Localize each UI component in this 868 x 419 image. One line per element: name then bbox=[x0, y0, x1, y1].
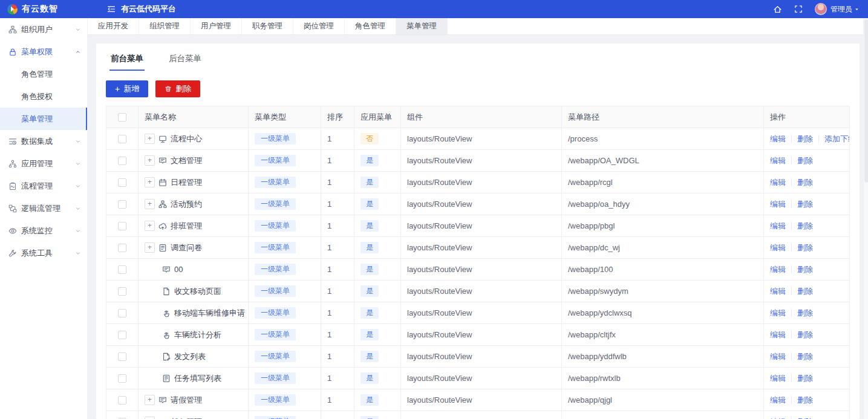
chevron-down-icon bbox=[75, 206, 81, 212]
menu-type-tag: 一级菜单 bbox=[255, 264, 296, 275]
edit-link[interactable]: 编辑 bbox=[770, 331, 791, 339]
sort-value: 1 bbox=[321, 215, 354, 236]
expand-button[interactable]: + bbox=[145, 199, 155, 209]
expand-button[interactable]: + bbox=[145, 134, 155, 144]
delete-link[interactable]: 删除 bbox=[791, 265, 818, 273]
menu-fold-icon[interactable] bbox=[107, 5, 116, 13]
expand-button[interactable]: + bbox=[145, 155, 155, 166]
edit-link[interactable]: 编辑 bbox=[770, 244, 791, 252]
row-checkbox[interactable] bbox=[118, 178, 126, 187]
delete-link[interactable]: 删除 bbox=[791, 244, 818, 252]
row-checkbox[interactable] bbox=[118, 352, 126, 361]
comment-icon bbox=[158, 157, 167, 165]
content-tab[interactable]: 后台菜单 bbox=[169, 53, 201, 71]
user-menu[interactable]: 管理员 bbox=[815, 3, 860, 15]
top-tab[interactable]: 应用开发 bbox=[88, 18, 139, 34]
sidebar-subitem[interactable]: 角色授权 bbox=[0, 85, 87, 108]
delete-link[interactable]: 删除 bbox=[791, 222, 818, 230]
path-value: /webapp/rw_gl_copy bbox=[562, 411, 764, 419]
row-checkbox[interactable] bbox=[118, 222, 126, 230]
sidebar-item-label: 系统工具 bbox=[21, 248, 53, 259]
expand-button[interactable]: + bbox=[145, 417, 155, 419]
menu-name-cell: +流程中心 bbox=[139, 128, 249, 149]
delete-link[interactable]: 删除 bbox=[791, 287, 818, 295]
expand-button[interactable]: + bbox=[145, 177, 155, 187]
edit-link[interactable]: 编辑 bbox=[770, 200, 791, 208]
top-tab[interactable]: 菜单管理 bbox=[396, 18, 448, 34]
delete-link[interactable]: 删除 bbox=[791, 374, 818, 382]
component-value: layouts/RouteView bbox=[401, 128, 562, 149]
row-checkbox[interactable] bbox=[118, 331, 126, 339]
chevron-down-icon bbox=[75, 161, 81, 167]
row-checkbox[interactable] bbox=[118, 157, 126, 165]
edit-link[interactable]: 编辑 bbox=[770, 157, 791, 164]
sidebar-item[interactable]: 菜单权限 bbox=[0, 41, 87, 63]
delete-link[interactable]: 删除 bbox=[791, 200, 818, 208]
row-checkbox[interactable] bbox=[118, 200, 126, 209]
add-button[interactable]: + 新增 bbox=[106, 80, 148, 97]
component-value: layouts/RouteView bbox=[401, 324, 562, 345]
edit-link[interactable]: 编辑 bbox=[770, 178, 791, 186]
row-checkbox[interactable] bbox=[118, 265, 126, 274]
path-value: /webapp/yddfwlb bbox=[562, 346, 764, 367]
app-menu-tag: 是 bbox=[361, 198, 379, 210]
edit-link[interactable]: 编辑 bbox=[770, 309, 791, 317]
edit-link[interactable]: 编辑 bbox=[770, 265, 791, 273]
delete-link[interactable]: 删除 bbox=[791, 352, 818, 360]
expand-button[interactable]: + bbox=[145, 242, 155, 253]
row-checkbox[interactable] bbox=[118, 135, 126, 143]
top-tab[interactable]: 用户管理 bbox=[191, 18, 242, 34]
top-tab[interactable]: 岗位管理 bbox=[293, 18, 345, 34]
top-tab[interactable]: 角色管理 bbox=[345, 18, 396, 34]
delete-link[interactable]: 删除 bbox=[791, 135, 818, 143]
sidebar-item[interactable]: 系统监控 bbox=[0, 219, 87, 242]
content-tab[interactable]: 前台菜单 bbox=[111, 53, 143, 71]
path-value: /webapp/rwtxlb bbox=[562, 368, 764, 389]
row-checkbox[interactable] bbox=[118, 374, 126, 383]
component-value: layouts/RouteView bbox=[401, 172, 562, 193]
row-checkbox[interactable] bbox=[118, 244, 126, 252]
sidebar-item[interactable]: 逻辑流管理 bbox=[0, 197, 87, 219]
expand-button[interactable]: + bbox=[145, 221, 155, 231]
fullscreen-icon[interactable] bbox=[794, 5, 803, 13]
edit-link[interactable]: 编辑 bbox=[770, 374, 791, 382]
delete-link[interactable]: 删除 bbox=[791, 331, 818, 339]
scrollbar-thumb[interactable] bbox=[864, 19, 868, 183]
delete-link[interactable]: 删除 bbox=[791, 157, 818, 164]
sidebar-item[interactable]: 应用管理 bbox=[0, 152, 87, 175]
edit-link[interactable]: 编辑 bbox=[770, 352, 791, 360]
delete-link[interactable]: 删除 bbox=[791, 396, 818, 404]
ops-cell: 编辑删除 bbox=[764, 324, 849, 345]
menu-name-cell: +请假管理 bbox=[139, 389, 249, 411]
row-checkbox[interactable] bbox=[118, 287, 126, 296]
select-all-checkbox[interactable] bbox=[118, 113, 126, 122]
sort-value: 1 bbox=[321, 150, 354, 171]
ops-cell: 编辑删除 bbox=[764, 368, 849, 389]
menu-name: 任务管理 bbox=[171, 417, 202, 419]
edit-link[interactable]: 编辑 bbox=[770, 287, 791, 295]
page-scrollbar[interactable] bbox=[863, 18, 868, 419]
sidebar-item[interactable]: 流程管理 bbox=[0, 175, 87, 197]
expand-button[interactable]: + bbox=[145, 395, 155, 405]
sidebar-subitem[interactable]: 角色管理 bbox=[0, 63, 87, 85]
sidebar-item[interactable]: 组织用户 bbox=[0, 18, 87, 41]
edit-link[interactable]: 编辑 bbox=[770, 135, 791, 143]
top-tab[interactable]: 组织管理 bbox=[139, 18, 191, 34]
delete-button[interactable]: 删除 bbox=[155, 80, 200, 97]
delete-link[interactable]: 删除 bbox=[791, 178, 818, 186]
edit-link[interactable]: 编辑 bbox=[770, 222, 791, 230]
sidebar-item[interactable]: 系统工具 bbox=[0, 242, 87, 264]
menu-name-cell: +调查问卷 bbox=[139, 237, 249, 258]
menu-name: 发文列表 bbox=[174, 351, 206, 362]
row-checkbox[interactable] bbox=[118, 309, 126, 317]
add-child-link[interactable]: 添加下级 bbox=[818, 135, 849, 143]
table-row: +调查问卷一级菜单1是layouts/RouteView/webapp/dc_w… bbox=[106, 237, 849, 259]
edit-link[interactable]: 编辑 bbox=[770, 396, 791, 404]
sidebar-item[interactable]: 数据集成 bbox=[0, 130, 87, 152]
top-tab[interactable]: 职务管理 bbox=[242, 18, 293, 34]
delete-link[interactable]: 删除 bbox=[791, 309, 818, 317]
menu-name-cell: 车辆统计分析 bbox=[139, 324, 249, 345]
sidebar-subitem[interactable]: 菜单管理 bbox=[0, 108, 87, 130]
row-checkbox[interactable] bbox=[118, 396, 126, 404]
home-icon[interactable] bbox=[773, 5, 782, 14]
